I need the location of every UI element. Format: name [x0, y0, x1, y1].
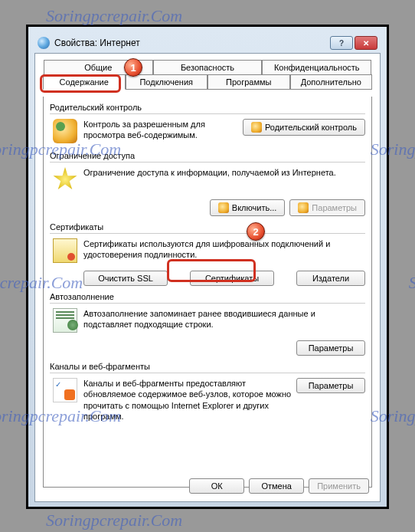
autofill-header: Автозаполнение [50, 292, 365, 301]
cancel-button[interactable]: Отмена [249, 478, 304, 494]
watermark: Soringpcrepair.Com [46, 6, 182, 26]
divider [50, 162, 365, 163]
tab-privacy[interactable]: Конфиденциальность [262, 60, 371, 74]
close-button[interactable]: ✕ [355, 36, 377, 50]
restrict-header: Ограничение доступа [50, 151, 365, 160]
autofill-icon [53, 308, 77, 333]
autofill-params-button[interactable]: Параметры [296, 340, 365, 356]
tab-strip: Общие Безопасность Конфиденциальность Со… [43, 60, 372, 90]
certs-header: Сертификаты [50, 222, 365, 232]
tab-content[interactable]: Содержание [43, 74, 126, 90]
clear-ssl-button[interactable]: Очистить SSL [83, 271, 168, 286]
feeds-header: Каналы и веб-фрагменты [50, 362, 365, 371]
tab-security[interactable]: Безопасность [153, 60, 263, 74]
feeds-text: Каналы и веб-фрагменты предоставляют обн… [83, 378, 296, 422]
cert-icon [53, 238, 77, 263]
feeds-params-button[interactable]: Параметры [296, 378, 365, 393]
certificates-button[interactable]: Сертификаты [190, 271, 274, 286]
help-button[interactable]: ? [330, 36, 353, 50]
watermark: Soringpcrepair.Com [409, 273, 415, 293]
divider [50, 303, 365, 304]
callout-1: 1 [124, 58, 142, 77]
callout-2: 2 [247, 222, 265, 241]
watermark: Soringpcrepair.Com [46, 511, 182, 530]
dialog-body: Общие Безопасность Конфиденциальность Со… [34, 53, 381, 502]
dialog-footer: ОК Отмена Применить [189, 478, 369, 494]
certs-text: Сертификаты используются для шифрованных… [83, 238, 365, 261]
divider [50, 373, 365, 373]
window-chrome: Свойства: Интернет ? ✕ Общие Безопасност… [28, 27, 387, 507]
autofill-text: Автозаполнение запоминает ранее вводивши… [83, 308, 365, 330]
restrict-text: Ограничение доступа к информации, получа… [83, 167, 365, 178]
tab-advanced[interactable]: Дополнительно [290, 74, 373, 90]
tab-panel-content: Родительский контроль Контроль за разреш… [43, 97, 372, 488]
divider [50, 233, 365, 234]
feed-icon [53, 378, 77, 402]
tab-connections[interactable]: Подключения [126, 74, 208, 90]
publishers-button[interactable]: Издатели [296, 271, 365, 286]
tab-programs[interactable]: Программы [208, 74, 290, 90]
parental-control-button[interactable]: Родительский контроль [243, 119, 365, 136]
apply-button: Применить [309, 478, 369, 494]
restrict-icon [53, 167, 77, 192]
parental-icon [53, 119, 77, 143]
divider [50, 113, 365, 114]
window-title: Свойства: Интернет [54, 38, 330, 48]
parental-text: Контроль за разрешенным для просмотра ве… [83, 119, 243, 141]
parental-header: Родительский контроль [50, 103, 365, 112]
restrict-params-button: Параметры [289, 199, 365, 216]
screenshot-frame: Свойства: Интернет ? ✕ Общие Безопасност… [26, 25, 389, 509]
internet-icon [38, 37, 50, 49]
ok-button[interactable]: ОК [189, 478, 244, 494]
enable-button[interactable]: Включить... [210, 199, 286, 216]
titlebar[interactable]: Свойства: Интернет ? ✕ [34, 33, 381, 53]
